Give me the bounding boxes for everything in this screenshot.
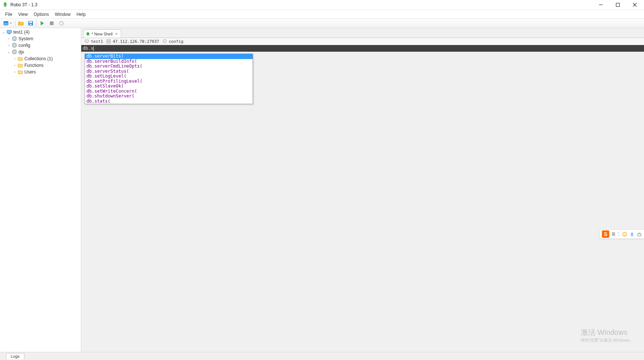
execute-button[interactable] xyxy=(38,19,47,27)
database-icon xyxy=(162,39,167,44)
watermark-line1: 激活 Windows xyxy=(581,328,634,337)
ime-lang[interactable]: 英 xyxy=(612,232,616,237)
svg-point-21 xyxy=(623,233,624,234)
tree-collections[interactable]: › Collections (1) xyxy=(0,55,81,62)
shell-editor[interactable]: db.s xyxy=(81,45,644,52)
caret-down-icon: ⌄ xyxy=(1,30,6,34)
svg-rect-9 xyxy=(50,21,54,25)
folder-icon xyxy=(17,62,23,68)
toolbar xyxy=(0,18,644,28)
svg-point-22 xyxy=(625,233,626,234)
status-bar: Logs xyxy=(0,352,644,360)
tree-label: System xyxy=(18,36,33,41)
computer-icon xyxy=(6,29,12,35)
caret-right-icon: › xyxy=(7,37,11,41)
svg-point-20 xyxy=(623,232,627,236)
svg-rect-7 xyxy=(29,21,32,23)
editor-text: db.s xyxy=(83,46,93,51)
tree-db-config[interactable]: › config xyxy=(0,42,81,49)
connect-button[interactable] xyxy=(1,19,14,27)
caret-right-icon: › xyxy=(13,63,17,68)
text-cursor xyxy=(93,46,94,51)
tree-label: Functions xyxy=(24,63,44,68)
tree-label: test1 (4) xyxy=(13,30,30,35)
smiley-icon[interactable] xyxy=(622,232,627,237)
svg-rect-17 xyxy=(107,40,110,41)
svg-rect-8 xyxy=(30,24,32,25)
app-icon xyxy=(2,2,8,8)
ime-toolbar[interactable]: S 英 ', xyxy=(599,229,644,239)
tree-db-djx[interactable]: ⌄ djx xyxy=(0,49,81,55)
autocomplete-option[interactable]: db.serverStatus( xyxy=(85,69,253,74)
context-database[interactable]: config xyxy=(162,39,184,44)
computer-icon xyxy=(84,39,89,44)
database-icon xyxy=(11,42,17,48)
tree-label: config xyxy=(18,43,30,48)
svg-rect-11 xyxy=(8,34,10,34)
mic-icon[interactable] xyxy=(629,232,634,237)
caret-right-icon: › xyxy=(7,43,11,48)
autocomplete-option[interactable]: db.serverCmdLineOpts( xyxy=(85,64,253,69)
connections-tree: ⌄ test1 (4) › System › config ⌄ djx › xyxy=(0,28,81,352)
toolbar-separator xyxy=(36,20,37,27)
open-button[interactable] xyxy=(17,19,25,27)
ime-punct[interactable]: ', xyxy=(618,232,620,236)
folder-icon xyxy=(17,56,23,62)
svg-rect-23 xyxy=(631,233,633,235)
toolbox-icon[interactable] xyxy=(637,232,642,237)
toolbar-separator xyxy=(15,20,16,27)
menu-window[interactable]: Window xyxy=(52,11,74,18)
save-button[interactable] xyxy=(26,19,35,27)
title-bar: Robo 3T - 1.3 xyxy=(0,0,644,10)
context-label: config xyxy=(169,39,184,44)
tree-functions[interactable]: › Functions xyxy=(0,62,81,69)
tree-users[interactable]: › Users xyxy=(0,69,81,75)
rotate-button[interactable] xyxy=(57,19,66,27)
svg-rect-18 xyxy=(107,42,110,43)
autocomplete-option[interactable]: db.stats( xyxy=(85,99,253,104)
caret-right-icon: › xyxy=(13,70,17,74)
autocomplete-option[interactable]: db.setProfilingLevel( xyxy=(85,79,253,84)
svg-rect-25 xyxy=(638,234,641,236)
tab-label: * New Shell xyxy=(92,32,113,36)
svg-rect-1 xyxy=(616,3,620,7)
maximize-button[interactable] xyxy=(609,0,626,10)
autocomplete-option[interactable]: db.setLogLevel( xyxy=(85,74,253,79)
tree-label: Users xyxy=(24,69,36,75)
tree-connection[interactable]: ⌄ test1 (4) xyxy=(0,29,81,35)
stop-button[interactable] xyxy=(47,19,56,27)
caret-right-icon: › xyxy=(13,56,17,61)
autocomplete-popup: db.serverBits( db.serverBuildInfo( db.se… xyxy=(85,54,253,104)
tree-db-system[interactable]: › System xyxy=(0,35,81,42)
tree-label: djx xyxy=(18,49,24,55)
close-button[interactable] xyxy=(626,0,643,10)
caret-down-icon: ⌄ xyxy=(7,50,11,54)
sogou-icon: S xyxy=(602,230,609,238)
database-icon xyxy=(11,36,17,42)
watermark-line2: 转到"设置"以激活 Windows。 xyxy=(581,337,634,343)
svg-rect-5 xyxy=(4,21,8,23)
autocomplete-option[interactable]: db.setWriteConcern( xyxy=(85,89,253,94)
context-connection[interactable]: test1 xyxy=(84,39,103,44)
context-label: test1 xyxy=(91,39,103,44)
menu-help[interactable]: Help xyxy=(73,11,89,18)
menu-options[interactable]: Options xyxy=(31,11,52,18)
autocomplete-option[interactable]: db.serverBits( xyxy=(85,54,253,59)
logs-button[interactable]: Logs xyxy=(6,353,24,359)
autocomplete-option[interactable]: db.shutdownServer( xyxy=(85,94,253,99)
database-icon xyxy=(11,49,17,55)
svg-rect-16 xyxy=(86,42,88,43)
folder-icon xyxy=(17,69,23,75)
context-host[interactable]: 47.112.126.78:27037 xyxy=(106,39,159,44)
autocomplete-option[interactable]: db.serverBuildInfo( xyxy=(85,59,253,64)
context-bar: test1 47.112.126.78:27037 config xyxy=(81,38,644,45)
window-title: Robo 3T - 1.3 xyxy=(10,2,592,7)
tab-close-icon[interactable]: × xyxy=(114,31,119,37)
menu-file[interactable]: File xyxy=(2,11,15,18)
tab-new-shell[interactable]: * New Shell × xyxy=(83,30,121,38)
svg-rect-15 xyxy=(85,40,89,42)
minimize-button[interactable] xyxy=(592,0,609,10)
autocomplete-option[interactable]: db.setSlaveOk( xyxy=(85,84,253,89)
svg-rect-10 xyxy=(7,30,11,33)
menu-view[interactable]: View xyxy=(15,11,31,18)
